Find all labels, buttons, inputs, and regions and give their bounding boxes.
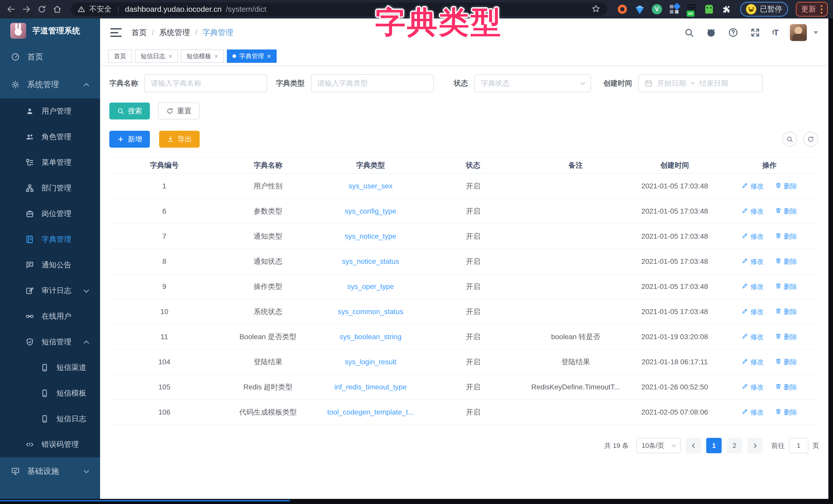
kebab-menu-icon[interactable] <box>821 5 823 14</box>
prev-page-button[interactable] <box>686 438 701 453</box>
delete-action[interactable]: 删除 <box>775 232 797 241</box>
font-size-icon[interactable]: tT <box>772 28 778 37</box>
edit-action[interactable]: 修改 <box>742 282 764 291</box>
sidebar-item-online[interactable]: 在线用户 <box>0 304 100 329</box>
orange-circle-extension-icon[interactable] <box>617 4 628 15</box>
sidebar-item-dict[interactable]: 字典管理 <box>0 227 100 252</box>
close-icon[interactable]: × <box>267 53 271 59</box>
sidebar-item-notice[interactable]: 通知公告 <box>0 252 100 278</box>
edit-action[interactable]: 修改 <box>742 358 764 367</box>
sidebar-item-role[interactable]: 角色管理 <box>0 124 100 150</box>
edit-action[interactable]: 修改 <box>742 207 764 216</box>
cell-dict-type-link[interactable]: sys_notice_type <box>317 232 425 241</box>
github-icon[interactable] <box>706 27 716 38</box>
page-number-2[interactable]: 2 <box>727 438 742 453</box>
sidebar-item-user[interactable]: 用户管理 <box>0 98 100 124</box>
dict-type-input[interactable] <box>311 79 433 87</box>
delete-action[interactable]: 删除 <box>775 332 797 342</box>
page-number-1[interactable]: 1 <box>706 438 722 453</box>
cell-dict-type-link[interactable]: sys_oper_type <box>317 282 425 291</box>
breadcrumb-item[interactable]: 首页 <box>132 27 147 38</box>
reset-button[interactable]: 重置 <box>158 103 200 120</box>
page-size-select[interactable]: 10条/页 <box>637 438 681 453</box>
help-icon[interactable] <box>728 27 738 38</box>
next-page-button[interactable] <box>747 438 763 453</box>
search-button[interactable]: 搜索 <box>109 103 150 120</box>
date-range-picker[interactable]: 开始日期 ~ 结束日期 <box>638 74 763 92</box>
green-robot-extension-icon[interactable] <box>704 4 714 15</box>
delete-action[interactable]: 删除 <box>775 282 797 291</box>
forward-icon[interactable] <box>21 3 32 15</box>
sidebar-item-errcode[interactable]: 错误码管理 <box>0 432 100 457</box>
dict-name-input[interactable] <box>145 79 267 87</box>
cell-dict-type-link[interactable]: sys_config_type <box>317 207 425 215</box>
sidebar-item-sms[interactable]: 短信管理 <box>0 329 100 355</box>
vue-devtools-extension-icon[interactable]: V <box>652 4 662 14</box>
edit-action[interactable]: 修改 <box>742 232 764 241</box>
avatar-caret-down-icon[interactable] <box>813 31 818 34</box>
tab-字典管理[interactable]: 字典管理 × <box>227 49 277 63</box>
profile-paused-pill[interactable]: 已暂停 <box>740 2 788 17</box>
cell-dict-type-link[interactable]: sys_common_status <box>317 308 425 316</box>
breadcrumb-item[interactable]: 系统管理 <box>159 27 190 38</box>
close-icon[interactable]: × <box>168 53 172 59</box>
user-avatar[interactable] <box>790 24 807 41</box>
cell-dict-type-link[interactable]: sys_notice_status <box>317 257 425 266</box>
address-bar[interactable]: 不安全 | dashboard.yudao.iocoder.cn/system/… <box>71 3 607 16</box>
tab-短信模板[interactable]: 短信模板 × <box>181 49 224 63</box>
delete-action[interactable]: 删除 <box>775 408 797 417</box>
cell-dict-type-link[interactable]: sys_boolean_string <box>317 333 425 341</box>
refresh-table-icon[interactable] <box>803 132 818 147</box>
app-logo-row[interactable]: 芋道管理系统 <box>0 19 100 43</box>
switch-on-extension-icon[interactable]: on <box>686 4 697 15</box>
edit-action[interactable]: 修改 <box>742 182 764 191</box>
export-button[interactable]: 导出 <box>159 131 200 148</box>
edit-action[interactable]: 修改 <box>742 257 764 266</box>
edit-action[interactable]: 修改 <box>742 332 764 342</box>
delete-action[interactable]: 删除 <box>775 383 797 392</box>
delete-action[interactable]: 删除 <box>775 307 797 316</box>
sidebar-item-post[interactable]: 岗位管理 <box>0 201 100 227</box>
goto-page-input[interactable] <box>789 438 808 453</box>
sidebar-item-infra[interactable]: 基础设施 <box>0 457 100 485</box>
bookmark-star-icon[interactable] <box>591 4 600 14</box>
search-icon[interactable] <box>684 27 694 38</box>
back-icon[interactable] <box>5 3 17 15</box>
add-button[interactable]: 新增 <box>109 131 150 148</box>
sidebar-item-menu[interactable]: 菜单管理 <box>0 150 100 175</box>
tab-首页[interactable]: 首页 <box>108 49 132 63</box>
blue-gem-extension-icon[interactable] <box>634 4 645 15</box>
delete-action[interactable]: 删除 <box>775 182 797 191</box>
sidebar-item-sms-log[interactable]: 短信日志 <box>0 406 100 432</box>
edit-action[interactable]: 修改 <box>742 408 764 417</box>
delete-action[interactable]: 删除 <box>775 358 797 367</box>
sidebar-item-sms-channel[interactable]: 短信渠道 <box>0 355 100 380</box>
cell-created-time: 2021-01-05 17:03:48 <box>629 308 719 316</box>
cell-dict-type-link[interactable]: tool_codegen_template_t... <box>317 408 425 416</box>
sidebar-item-audit[interactable]: 审计日志 <box>0 278 100 304</box>
cell-dict-type-link[interactable]: sys_login_result <box>317 358 425 366</box>
cell-dict-type-link[interactable]: sys_user_sex <box>317 182 425 190</box>
delete-action[interactable]: 删除 <box>775 257 797 266</box>
sidebar-toggle-icon[interactable] <box>110 28 122 37</box>
browser-update-button[interactable]: 更新 <box>796 2 828 17</box>
sidebar-item-dept[interactable]: 部门管理 <box>0 175 100 201</box>
edit-action[interactable]: 修改 <box>742 307 764 316</box>
security-label[interactable]: 不安全 <box>89 4 112 14</box>
sidebar-item-sms-template[interactable]: 短信模板 <box>0 380 100 406</box>
tab-短信日志[interactable]: 短信日志 × <box>135 49 178 63</box>
fullscreen-icon[interactable] <box>750 27 760 38</box>
cell-dict-type-link[interactable]: inf_redis_timeout_type <box>317 383 425 391</box>
extensions-puzzle-icon[interactable] <box>721 4 732 15</box>
sidebar-item-system[interactable]: 系统管理 <box>0 71 100 98</box>
home-icon[interactable] <box>51 3 63 15</box>
close-icon[interactable]: × <box>214 53 218 59</box>
cell-dict-id: 9 <box>109 282 219 291</box>
grid-diamond-extension-icon[interactable] <box>669 4 680 15</box>
delete-action[interactable]: 删除 <box>775 207 797 216</box>
sidebar-item-home[interactable]: 首页 <box>0 43 100 71</box>
toggle-search-icon[interactable] <box>782 132 797 147</box>
status-select[interactable]: 字典状态 <box>474 74 591 92</box>
reload-icon[interactable] <box>36 3 48 15</box>
edit-action[interactable]: 修改 <box>742 383 764 392</box>
